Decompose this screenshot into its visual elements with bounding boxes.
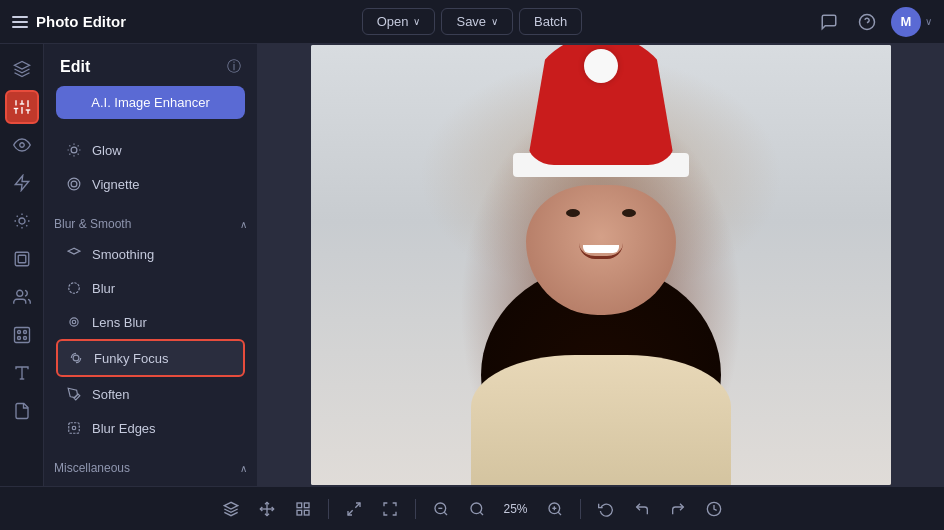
misc-chevron: ∧	[240, 463, 247, 474]
chat-icon[interactable]	[815, 8, 843, 36]
sidebar-item-edit[interactable]	[5, 90, 39, 124]
svg-rect-16	[18, 255, 26, 263]
svg-marker-2	[14, 62, 29, 70]
svg-line-51	[348, 510, 353, 515]
transform-button[interactable]	[252, 494, 282, 524]
fit-button[interactable]	[339, 494, 369, 524]
vignette-item[interactable]: Vignette	[56, 167, 245, 201]
separator-3	[580, 499, 581, 519]
svg-point-25	[71, 147, 77, 153]
sidebar-item-text[interactable]	[5, 356, 39, 390]
sidebar-item-magic[interactable]	[5, 166, 39, 200]
icon-sidebar	[0, 44, 44, 486]
canvas-area	[258, 44, 944, 486]
svg-point-36	[69, 283, 80, 294]
topbar-right: M ∨	[592, 7, 932, 37]
svg-point-39	[73, 355, 79, 361]
svg-rect-15	[15, 252, 29, 266]
svg-line-32	[69, 154, 70, 155]
blur-item[interactable]: Blur	[56, 271, 245, 305]
svg-rect-18	[14, 328, 29, 343]
app-title: Photo Editor	[36, 13, 126, 30]
svg-line-33	[78, 145, 79, 146]
main: Edit ⓘ A.I. Image Enhancer	[0, 44, 944, 486]
zoom-in-button[interactable]	[540, 494, 570, 524]
avatar: M	[891, 7, 921, 37]
redo-button[interactable]	[663, 494, 693, 524]
help-icon[interactable]	[853, 8, 881, 36]
svg-marker-13	[15, 176, 29, 191]
sidebar-item-stickers[interactable]	[5, 394, 39, 428]
zoom-value: 25%	[498, 502, 534, 516]
blur-smooth-chevron: ∧	[240, 219, 247, 230]
topbar: Photo Editor Open ∨ Save ∨ Batch M ∨	[0, 0, 944, 44]
sidebar-item-filter[interactable]	[5, 318, 39, 352]
svg-line-53	[444, 512, 447, 515]
soften-icon	[66, 386, 82, 402]
svg-point-20	[23, 331, 26, 334]
svg-line-28	[69, 145, 70, 146]
open-chevron-icon: ∨	[413, 16, 420, 27]
svg-point-35	[71, 181, 77, 187]
sidebar-item-frames[interactable]	[5, 242, 39, 276]
zoom-reset-button[interactable]	[462, 494, 492, 524]
avatar-wrapper[interactable]: M ∨	[891, 7, 932, 37]
bottom-bar: 25%	[0, 486, 944, 530]
sidebar-item-layers[interactable]	[5, 52, 39, 86]
topbar-center: Open ∨ Save ∨ Batch	[362, 8, 583, 35]
svg-line-50	[355, 503, 360, 508]
save-button[interactable]: Save ∨	[441, 8, 513, 35]
grid-bottom-button[interactable]	[288, 494, 318, 524]
sidebar-item-effects[interactable]	[5, 204, 39, 238]
menu-icon[interactable]	[12, 16, 28, 28]
svg-point-55	[471, 503, 482, 514]
ai-enhancer-button[interactable]: A.I. Image Enhancer	[56, 86, 245, 119]
undo-button[interactable]	[627, 494, 657, 524]
svg-point-22	[23, 337, 26, 340]
fullscreen-button[interactable]	[375, 494, 405, 524]
topbar-left: Photo Editor	[12, 13, 352, 30]
svg-point-19	[17, 331, 20, 334]
svg-point-38	[72, 320, 76, 324]
lens-blur-item[interactable]: Lens Blur	[56, 305, 245, 339]
miscellaneous-header[interactable]: Miscellaneous ∧	[44, 449, 257, 481]
svg-point-12	[19, 143, 24, 148]
info-icon[interactable]: ⓘ	[227, 58, 241, 76]
separator-1	[328, 499, 329, 519]
sidebar-item-view[interactable]	[5, 128, 39, 162]
layers-bottom-button[interactable]	[216, 494, 246, 524]
blur-smooth-header[interactable]: Blur & Smooth ∧	[44, 205, 257, 237]
svg-rect-40	[69, 423, 80, 434]
edit-panel: Edit ⓘ A.I. Image Enhancer	[44, 44, 258, 486]
open-button[interactable]: Open ∨	[362, 8, 436, 35]
svg-line-29	[78, 154, 79, 155]
reset-history-button[interactable]	[591, 494, 621, 524]
history-button[interactable]	[699, 494, 729, 524]
funky-focus-item[interactable]: Funky Focus	[56, 339, 245, 377]
svg-rect-49	[297, 510, 302, 515]
svg-point-37	[70, 318, 78, 326]
zoom-out-button[interactable]	[426, 494, 456, 524]
smoothing-icon	[66, 246, 82, 262]
soften-item[interactable]: Soften	[56, 377, 245, 411]
batch-button[interactable]: Batch	[519, 8, 582, 35]
svg-point-17	[16, 290, 22, 296]
glow-item[interactable]: Glow	[56, 133, 245, 167]
vignette-icon	[66, 176, 82, 192]
svg-point-21	[17, 337, 20, 340]
svg-line-58	[558, 512, 561, 515]
canvas-image	[311, 45, 891, 485]
svg-marker-43	[224, 502, 237, 509]
blur-icon	[66, 280, 82, 296]
blur-edges-item[interactable]: Blur Edges	[56, 411, 245, 445]
effects-section: Glow Vignette	[44, 133, 257, 201]
panel-header: Edit ⓘ	[44, 44, 257, 86]
save-chevron-icon: ∨	[491, 16, 498, 27]
blur-smooth-items: Smoothing Blur Lens Blur	[44, 237, 257, 445]
glow-icon	[66, 142, 82, 158]
svg-rect-46	[297, 503, 302, 508]
svg-line-56	[480, 512, 483, 515]
sidebar-item-people[interactable]	[5, 280, 39, 314]
smoothing-item[interactable]: Smoothing	[56, 237, 245, 271]
funky-focus-icon	[68, 350, 84, 366]
